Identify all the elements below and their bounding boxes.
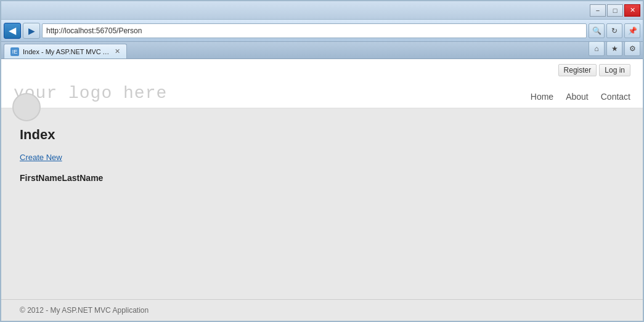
page-title: Index [20, 127, 624, 143]
settings-icon[interactable]: ⚙ [624, 41, 640, 56]
title-bar: − □ ✕ [1, 1, 643, 20]
nav-contact[interactable]: Contact [601, 92, 630, 102]
close-button[interactable]: ✕ [624, 4, 640, 17]
window-controls: − □ ✕ [590, 4, 640, 17]
register-button[interactable]: Register [558, 64, 597, 76]
browser-toolbar: ◀ ▶ 🔍 ↻ 📌 [1, 20, 643, 42]
refresh-icon[interactable]: ↻ [606, 23, 622, 38]
nav-about[interactable]: About [566, 92, 589, 102]
favorites-icon[interactable]: ★ [606, 41, 622, 56]
home-icon[interactable]: ⌂ [589, 41, 605, 56]
tab-close-icon[interactable]: ✕ [115, 47, 120, 55]
tab-favicon: IE [10, 47, 19, 56]
maximize-button[interactable]: □ [607, 4, 623, 17]
auth-bar: Register Log in [14, 59, 630, 79]
nav-home[interactable]: Home [531, 92, 553, 102]
footer-text: © 2012 - My ASP.NET MVC Application [20, 306, 149, 315]
browser-window: − □ ✕ ◀ ▶ 🔍 ↻ 📌 IE Index - My ASP.NET MV… [0, 0, 644, 322]
login-button[interactable]: Log in [599, 64, 630, 76]
site-header: Register Log in your logo here Home Abou… [1, 59, 643, 108]
site-content: Index Create New FirstName LastName [1, 108, 643, 299]
active-tab[interactable]: IE Index - My ASP.NET MVC A... ✕ [4, 44, 127, 58]
site-footer: © 2012 - My ASP.NET MVC Application [1, 299, 643, 321]
back-button[interactable]: ◀ [4, 23, 21, 39]
minimize-button[interactable]: − [590, 4, 606, 17]
col-firstname: FirstName [20, 173, 62, 183]
browser-content: Register Log in your logo here Home Abou… [1, 59, 643, 321]
create-new-link[interactable]: Create New [20, 153, 624, 162]
logo-circle [12, 93, 41, 121]
tabs-bar: IE Index - My ASP.NET MVC A... ✕ ⌂ ★ ⚙ [1, 42, 643, 59]
address-bar[interactable] [42, 23, 587, 38]
tab-title: Index - My ASP.NET MVC A... [23, 48, 111, 55]
browser-right-icons: ⌂ ★ ⚙ [589, 41, 640, 58]
search-icon[interactable]: 🔍 [589, 23, 605, 38]
table-header: FirstName LastName [20, 173, 624, 183]
toolbar-right: 🔍 ↻ 📌 [589, 23, 640, 38]
col-lastname: LastName [62, 173, 103, 183]
forward-button[interactable]: ▶ [23, 23, 40, 39]
pin-icon[interactable]: 📌 [624, 23, 640, 38]
site-nav: Home About Contact [531, 89, 630, 108]
